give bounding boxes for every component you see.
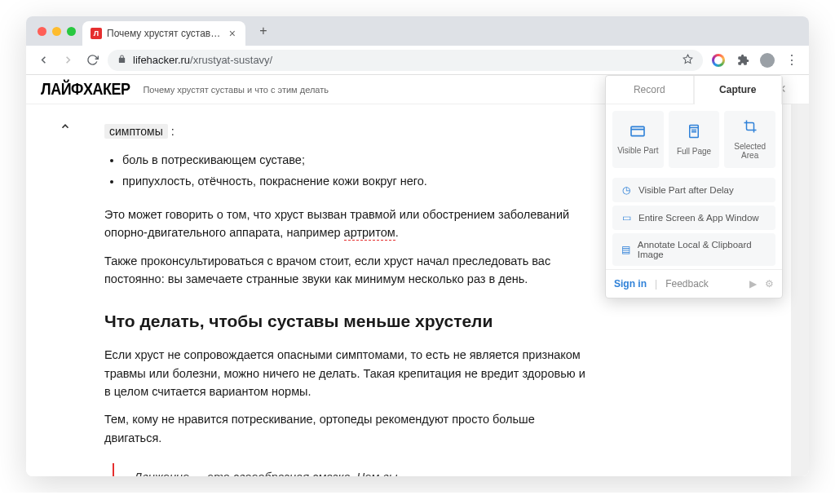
tile-selected-area[interactable]: Selected Area (724, 111, 775, 168)
header-subtitle: Почему хрустят суставы и что с этим дела… (143, 85, 329, 95)
paragraph: Тем, кому не нравится потрескивание, орт… (104, 410, 594, 447)
url-domain: lifehacker.ru/xrustyat-sustavy/ (133, 54, 272, 66)
list-item: боль в потрескивающем суставе; (122, 151, 594, 169)
paragraph: Если хруст не сопровождается опасными си… (104, 346, 594, 400)
close-window-button[interactable] (38, 27, 46, 36)
sign-in-link[interactable]: Sign in (614, 278, 647, 290)
svg-rect-1 (631, 126, 644, 135)
browser-tab[interactable]: Л Почему хрустят суставы и чт × (82, 21, 245, 46)
window-icon (630, 125, 646, 141)
symptom-chip: симптомы (104, 124, 168, 139)
new-tab-button[interactable]: + (254, 21, 273, 41)
paragraph: Также проконсультироваться с врачом стои… (104, 252, 594, 289)
section-heading: Что делать, чтобы суставы меньше хрустел… (104, 308, 594, 335)
tab-title: Почему хрустят суставы и чт (107, 28, 223, 39)
feedback-link[interactable]: Feedback (665, 278, 709, 290)
settings-gear-icon[interactable]: ⚙ (765, 278, 774, 290)
bookmark-star-icon[interactable] (683, 54, 693, 67)
page-viewport: ЛАЙФХАКЕР Почему хрустят суставы и что с… (26, 75, 809, 476)
extension-footer: Sign in | Feedback ▶ ⚙ (606, 269, 782, 298)
scroll-up-button[interactable] (56, 117, 74, 135)
clock-icon: ◷ (621, 184, 632, 196)
omnibox[interactable]: lifehacker.ru/xrustyat-sustavy/ (108, 50, 703, 71)
tile-full-page[interactable]: Full Page (669, 111, 720, 168)
symptom-line: симптомы : (104, 122, 594, 141)
sidebar-column (26, 113, 104, 476)
tab-favicon: Л (91, 28, 102, 39)
tab-capture[interactable]: Capture (694, 76, 783, 104)
scroll-gutter (791, 104, 809, 476)
crop-icon (743, 119, 758, 137)
option-visible-delay[interactable]: ◷ Visible Part after Delay (612, 178, 775, 202)
image-icon: ▤ (621, 244, 631, 255)
divider: | (655, 278, 657, 290)
forward-button[interactable] (59, 51, 77, 69)
back-button[interactable] (34, 51, 52, 69)
quote-block: Движение — это своеобразная смазка. Чем … (113, 463, 594, 476)
chrome-menu-button[interactable]: ⋮ (783, 51, 801, 69)
screen-icon: ▭ (621, 212, 632, 223)
browser-window: Л Почему хрустят суставы и чт × + lifeha… (26, 16, 809, 476)
extension-tabs: Record Capture (606, 76, 782, 104)
extensions-button[interactable] (734, 51, 752, 69)
symptom-list: боль в потрескивающем суставе; припухлос… (104, 151, 594, 191)
capture-tiles-row: Visible Part Full Page Selected Area (606, 104, 782, 175)
option-annotate-local[interactable]: ▤ Annotate Local & Clipboard Image (612, 233, 775, 266)
tab-close-button[interactable]: × (228, 28, 237, 39)
tab-bar: Л Почему хрустят суставы и чт × + (26, 16, 809, 46)
option-entire-screen[interactable]: ▭ Entire Screen & App Window (612, 206, 775, 230)
page-icon (687, 124, 700, 142)
nimbus-extension-icon[interactable] (709, 51, 727, 69)
video-icon[interactable]: ▶ (749, 278, 757, 290)
article-body: симптомы : боль в потрескивающем суставе… (104, 113, 626, 476)
minimize-window-button[interactable] (52, 27, 61, 36)
site-logo[interactable]: ЛАЙФХАКЕР (41, 79, 130, 99)
link-arthritis[interactable]: артритом (344, 226, 395, 241)
address-bar: lifehacker.ru/xrustyat-sustavy/ ⋮ (26, 46, 809, 75)
paragraph: Это может говорить о том, что хруст вызв… (104, 206, 594, 242)
tab-record[interactable]: Record (606, 76, 694, 104)
lock-icon (117, 55, 126, 65)
maximize-window-button[interactable] (67, 27, 76, 36)
reload-button[interactable] (83, 51, 101, 69)
tile-visible-part[interactable]: Visible Part (612, 111, 664, 168)
list-item: припухлость, отёчность, покраснение кожи… (122, 172, 594, 190)
window-controls (33, 27, 82, 36)
extension-popup: Record Capture Visible Part Full Page Se… (605, 75, 783, 298)
svg-marker-0 (683, 55, 692, 63)
profile-button[interactable] (758, 51, 776, 69)
